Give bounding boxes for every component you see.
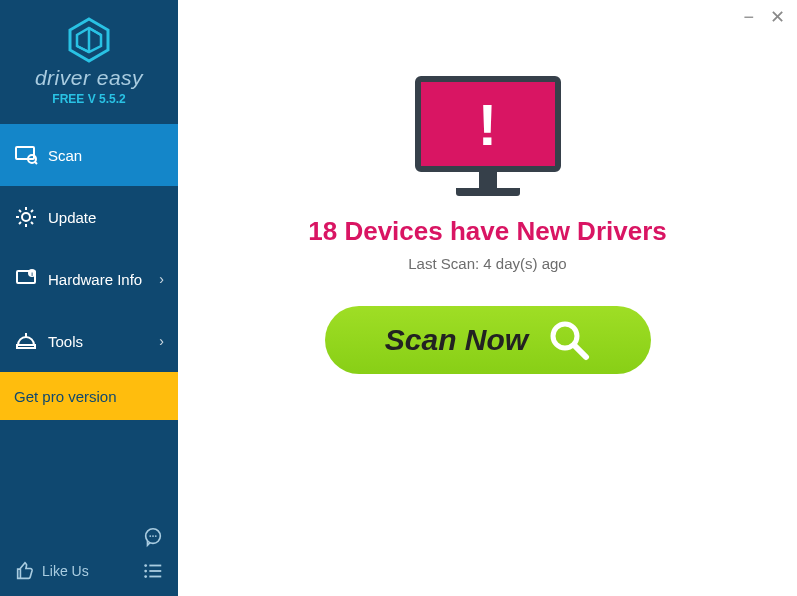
update-gear-icon bbox=[14, 205, 38, 229]
svg-point-13 bbox=[155, 535, 157, 537]
tools-icon bbox=[14, 329, 38, 353]
last-scan-text: Last Scan: 4 day(s) ago bbox=[408, 255, 566, 272]
chevron-right-icon: › bbox=[159, 271, 164, 287]
feedback-icon[interactable] bbox=[142, 526, 164, 548]
app-logo-icon bbox=[65, 16, 113, 64]
sidebar-item-label: Get pro version bbox=[14, 388, 117, 405]
scan-status-text: 18 Devices have New Drivers bbox=[308, 216, 666, 247]
svg-point-14 bbox=[144, 564, 147, 567]
sidebar-item-label: Scan bbox=[48, 147, 82, 164]
app-window: driver easy FREE V 5.5.2 Scan Update i bbox=[0, 0, 797, 596]
sidebar-nav: Scan Update i Hardware Info › Tools bbox=[0, 124, 178, 420]
hardware-info-icon: i bbox=[14, 267, 38, 291]
magnifier-icon bbox=[548, 319, 590, 361]
svg-point-18 bbox=[144, 575, 147, 578]
sidebar: driver easy FREE V 5.5.2 Scan Update i bbox=[0, 0, 178, 596]
sidebar-bottom-icons bbox=[142, 526, 164, 582]
sidebar-item-hardware-info[interactable]: i Hardware Info › bbox=[0, 248, 178, 310]
minimize-button[interactable]: − bbox=[741, 6, 756, 28]
sidebar-bottom: Like Us bbox=[0, 516, 178, 596]
logo-area: driver easy FREE V 5.5.2 bbox=[0, 0, 178, 120]
svg-line-3 bbox=[35, 162, 37, 164]
window-controls: − ✕ bbox=[741, 6, 787, 28]
svg-point-12 bbox=[152, 535, 154, 537]
sidebar-item-label: Hardware Info bbox=[48, 271, 142, 288]
chevron-right-icon: › bbox=[159, 333, 164, 349]
sidebar-item-scan[interactable]: Scan bbox=[0, 124, 178, 186]
scan-now-label: Scan Now bbox=[385, 323, 528, 357]
scan-now-button[interactable]: Scan Now bbox=[325, 306, 651, 374]
like-us-button[interactable]: Like Us bbox=[14, 560, 89, 582]
svg-point-16 bbox=[144, 570, 147, 573]
sidebar-item-tools[interactable]: Tools › bbox=[0, 310, 178, 372]
svg-rect-1 bbox=[16, 147, 34, 159]
app-version: FREE V 5.5.2 bbox=[52, 92, 125, 106]
monitor-alert-icon: ! bbox=[415, 76, 561, 196]
sidebar-item-get-pro[interactable]: Get pro version bbox=[0, 372, 178, 420]
thumbs-up-icon bbox=[14, 560, 36, 582]
sidebar-item-label: Update bbox=[48, 209, 96, 226]
sidebar-item-label: Tools bbox=[48, 333, 83, 350]
svg-point-4 bbox=[22, 213, 30, 221]
exclamation-icon: ! bbox=[478, 91, 497, 158]
like-us-label: Like Us bbox=[42, 563, 89, 579]
menu-icon[interactable] bbox=[142, 560, 164, 582]
sidebar-item-update[interactable]: Update bbox=[0, 186, 178, 248]
svg-line-21 bbox=[574, 345, 586, 357]
scan-icon bbox=[14, 143, 38, 167]
main-panel: − ✕ ! 18 Devices have New Drivers Last S… bbox=[178, 0, 797, 596]
close-button[interactable]: ✕ bbox=[768, 6, 787, 28]
svg-rect-8 bbox=[17, 345, 35, 348]
app-name: driver easy bbox=[35, 66, 143, 90]
main-content: ! 18 Devices have New Drivers Last Scan:… bbox=[178, 0, 797, 374]
svg-point-11 bbox=[149, 535, 151, 537]
